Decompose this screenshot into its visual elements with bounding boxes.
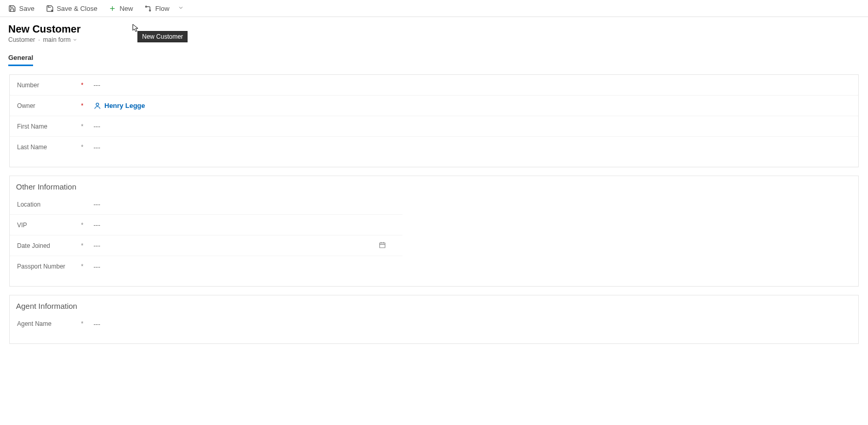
plus-icon <box>109 5 116 12</box>
flow-icon <box>144 5 152 12</box>
field-placeholder: --- <box>94 242 100 249</box>
field-placeholder: --- <box>94 144 100 151</box>
entity-name: Customer <box>8 36 35 43</box>
field-label: Number <box>17 82 79 89</box>
tooltip-text: New Customer <box>142 33 183 40</box>
field-label: VIP <box>17 222 79 229</box>
field-label: Agent Name <box>17 320 79 327</box>
field-label: Passport Number <box>17 263 79 270</box>
tooltip: New Customer <box>137 31 188 42</box>
save-close-button[interactable]: Save & Close <box>42 3 102 14</box>
required-indicator: * <box>79 102 85 109</box>
field-placeholder: --- <box>94 221 100 229</box>
field-label: Date Joined <box>17 242 79 249</box>
field-first-name[interactable]: First Name * --- <box>10 116 858 137</box>
recommended-indicator: * <box>79 263 85 270</box>
required-indicator: * <box>79 82 85 89</box>
new-button[interactable]: New <box>104 3 137 14</box>
save-button[interactable]: Save <box>4 3 39 14</box>
field-location[interactable]: Location --- <box>10 194 402 215</box>
recommended-indicator: * <box>79 242 85 249</box>
section-header: Agent Information <box>10 295 858 313</box>
flow-chevron[interactable] <box>176 3 186 14</box>
recommended-indicator: * <box>79 144 85 151</box>
field-placeholder: --- <box>94 320 100 328</box>
svg-point-6 <box>96 103 99 106</box>
owner-name: Henry Legge <box>104 102 145 109</box>
field-placeholder: --- <box>94 200 100 208</box>
field-owner[interactable]: Owner * Henry Legge <box>10 96 858 116</box>
record-header: New Customer Customer · main form New Cu… <box>0 17 868 43</box>
field-agent-name[interactable]: Agent Name * --- <box>10 313 273 334</box>
flow-label: Flow <box>155 5 169 12</box>
save-close-icon <box>46 5 54 12</box>
breadcrumb: Customer · main form <box>8 36 860 43</box>
svg-point-4 <box>146 6 147 7</box>
svg-rect-7 <box>380 243 385 247</box>
new-label: New <box>119 5 133 12</box>
recommended-indicator: * <box>79 222 85 229</box>
tab-bar: General <box>0 51 868 66</box>
field-label: Owner <box>17 102 79 109</box>
field-placeholder: --- <box>94 263 100 271</box>
field-vip[interactable]: VIP * --- <box>10 215 402 235</box>
field-placeholder: --- <box>94 81 100 89</box>
calendar-icon[interactable] <box>379 241 386 250</box>
recommended-indicator: * <box>79 320 85 327</box>
chevron-down-icon <box>72 37 78 42</box>
field-label: First Name <box>17 123 79 130</box>
field-placeholder: --- <box>94 122 100 130</box>
section-general: Number * --- Owner * Henry Legge First N… <box>9 74 859 167</box>
svg-point-5 <box>149 10 151 11</box>
form-selector-label: main form <box>43 36 70 43</box>
save-label: Save <box>19 5 35 12</box>
save-close-label: Save & Close <box>57 5 98 12</box>
section-header: Other Information <box>10 176 858 194</box>
section-agent-information: Agent Information Agent Name * --- <box>9 295 859 344</box>
breadcrumb-dot: · <box>38 36 40 43</box>
person-icon <box>94 102 101 109</box>
record-title: New Customer <box>8 23 860 35</box>
chevron-down-icon <box>178 5 184 11</box>
owner-chip[interactable]: Henry Legge <box>94 102 145 109</box>
save-icon <box>8 5 16 12</box>
field-label: Last Name <box>17 144 79 151</box>
field-date-joined[interactable]: Date Joined * --- <box>10 235 402 256</box>
flow-button[interactable]: Flow <box>140 3 173 14</box>
form-selector[interactable]: main form <box>43 36 77 43</box>
tab-general[interactable]: General <box>8 51 33 66</box>
field-passport-number[interactable]: Passport Number * --- <box>10 256 402 277</box>
field-number[interactable]: Number * --- <box>10 75 858 96</box>
recommended-indicator: * <box>79 123 85 130</box>
section-other-information: Other Information Location --- VIP * ---… <box>9 176 859 287</box>
tab-label: General <box>8 54 33 61</box>
command-bar: Save Save & Close New Flow <box>0 0 868 17</box>
field-label: Location <box>17 201 79 208</box>
field-last-name[interactable]: Last Name * --- <box>10 137 858 158</box>
